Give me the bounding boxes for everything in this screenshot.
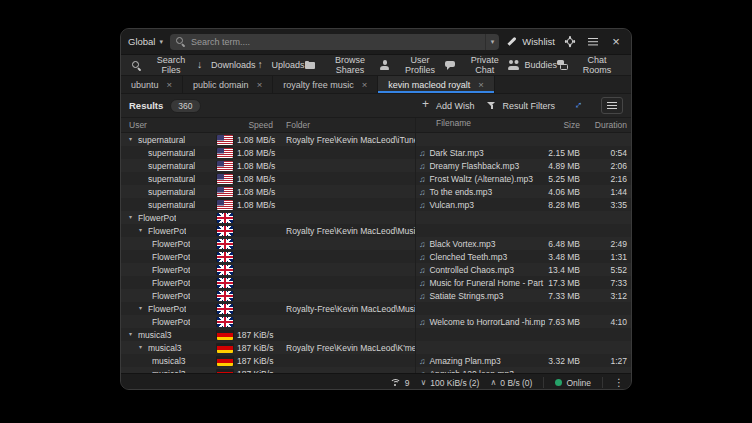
statusbar-menu-button[interactable]: ⋮ (614, 377, 624, 388)
audio-file-icon: ♫ (419, 174, 425, 184)
result-row[interactable]: ▾ supernatural 1.08 MB/s ♫ Dark Star.mp3… (121, 146, 631, 159)
result-row[interactable]: ▾ FlowerPot ♫ (121, 211, 631, 224)
expand-collapse-toggle[interactable] (567, 97, 589, 114)
country-flag-icon (217, 304, 233, 314)
result-row[interactable]: ▾ musical3 187 KiB/s ♫ Amazing Plan.mp3 … (121, 354, 631, 367)
upload-chevron-icon: ∧ (490, 378, 496, 387)
search-scope-dropdown[interactable]: Global ▾ (128, 36, 163, 47)
col-duration[interactable]: Duration (587, 120, 632, 130)
pencil-icon (506, 36, 517, 47)
close-tab-icon[interactable]: × (478, 80, 484, 89)
result-row[interactable]: ▾ FlowerPot ♫ Music for Funeral Home - P… (121, 276, 631, 289)
result-user: FlowerPot (152, 265, 190, 275)
add-wish-label: Add Wish (436, 101, 475, 111)
peer-status[interactable]: 9 (390, 377, 410, 388)
result-row[interactable]: ▾ FlowerPot ♫ Welcome to HorrorLand -hi.… (121, 315, 631, 328)
peer-count: 9 (405, 378, 410, 388)
wishlist-button[interactable]: Wishlist (506, 36, 555, 47)
toolbar-tab-user-profiles[interactable]: User Profiles (379, 55, 445, 75)
expander-icon[interactable]: ▾ (136, 341, 145, 354)
result-row[interactable]: ▾ supernatural 1.08 MB/s ♫ To the ends.m… (121, 185, 631, 198)
online-status-label: Online (566, 378, 591, 388)
result-row[interactable]: ▾ supernatural 1.08 MB/s ♫ Dreamy Flashb… (121, 159, 631, 172)
search-entry[interactable]: ▾ (170, 34, 499, 50)
expander-icon[interactable]: ▾ (126, 211, 135, 224)
result-user: musical3 (152, 356, 186, 366)
search-history-dropdown-icon[interactable]: ▾ (485, 34, 495, 50)
close-tab-icon[interactable]: × (167, 80, 173, 89)
result-user: supernatural (148, 174, 195, 184)
upload-rate[interactable]: ∧ 0 B/s (0) (490, 378, 532, 388)
toolbar-tab-uploads[interactable]: Uploads (256, 60, 305, 71)
results-bar: Results 360 Add Wish Result Filters (121, 94, 631, 118)
audio-file-icon: ♫ (419, 148, 425, 158)
connection-status[interactable]: Online (555, 378, 591, 388)
statusbar-divider (543, 377, 544, 388)
result-user: supernatural (148, 148, 195, 158)
search-input[interactable] (191, 37, 480, 47)
expander-icon[interactable]: ▾ (126, 328, 135, 341)
result-row[interactable]: ▾ FlowerPot ♫ Clenched Teeth.mp3 3.48 MB… (121, 250, 631, 263)
search-tab-ubuntu[interactable]: ubuntu × (121, 76, 183, 93)
result-duration: 3:12 (587, 291, 631, 301)
expander-icon[interactable]: ▾ (126, 133, 135, 146)
result-size: 5.25 MB (545, 174, 587, 184)
col-speed[interactable]: Speed (237, 120, 285, 130)
col-folder[interactable]: Folder (285, 120, 415, 130)
close-tab-icon[interactable]: × (362, 80, 368, 89)
result-filters-button[interactable]: Result Filters (486, 100, 555, 111)
close-icon: × (612, 37, 620, 47)
result-row[interactable]: ▾ FlowerPot Royalty Free\Kevin MacLeod\M… (121, 224, 631, 237)
result-row[interactable]: ▾ FlowerPot ♫ Satiate Strings.mp3 7.33 M… (121, 289, 631, 302)
toolbar-tab-buddies[interactable]: Buddies (508, 60, 557, 71)
result-row[interactable]: ▾ musical3 187 KiB/s ♫ (121, 328, 631, 341)
person-icon (379, 60, 390, 71)
results-label: Results (129, 100, 163, 111)
result-row[interactable]: ▾ FlowerPot Royalty-Free\Kevin MacLeod\M… (121, 302, 631, 315)
search-tab-public-domain[interactable]: public domain × (183, 76, 273, 93)
expander-icon[interactable]: ▾ (136, 224, 145, 237)
col-filename[interactable]: Filename (415, 118, 545, 132)
result-size: 3.32 MB (545, 356, 587, 366)
col-size[interactable]: Size (545, 120, 587, 130)
menu-button[interactable] (585, 36, 601, 47)
audio-file-icon: ♫ (419, 239, 425, 249)
add-wish-button[interactable]: Add Wish (420, 100, 475, 111)
result-row[interactable]: ▾ supernatural 1.08 MB/s ♫ Vulcan.mp3 8.… (121, 198, 631, 211)
result-size: 13.4 MB (545, 265, 587, 275)
search-tab-royalty-free-music[interactable]: royalty free music × (273, 76, 378, 93)
result-speed: 1.08 MB/s (237, 161, 285, 171)
toolbar-tab-browse-shares[interactable]: Browse Shares (305, 55, 380, 75)
country-flag-icon (217, 239, 233, 249)
result-filename: Amazing Plan.mp3 (429, 356, 500, 366)
preferences-button[interactable] (562, 36, 578, 47)
bubble-icon (445, 60, 456, 71)
expander-icon[interactable]: ▾ (136, 302, 145, 315)
result-row[interactable]: ▾ musical3 187 KiB/s Royalty Free\Kevin … (121, 341, 631, 354)
wifi-icon (390, 377, 401, 388)
close-tab-icon[interactable]: × (257, 80, 263, 89)
col-user[interactable]: User (121, 120, 213, 130)
search-scope-label: Global (128, 36, 155, 47)
toolbar-tab-private-chat[interactable]: Private Chat (445, 55, 509, 75)
result-row[interactable]: ▾ FlowerPot ♫ Black Vortex.mp3 6.48 MB 2… (121, 237, 631, 250)
audio-file-icon: ♫ (419, 265, 425, 275)
result-speed: 1.08 MB/s (237, 187, 285, 197)
result-row[interactable]: ▾ FlowerPot ♫ Controlled Chaos.mp3 13.4 … (121, 263, 631, 276)
result-row[interactable]: ▾ supernatural 1.08 MB/s Royalty Free\Ke… (121, 133, 631, 146)
result-user: supernatural (138, 135, 185, 145)
result-duration: 4:10 (587, 317, 631, 327)
gear-icon (565, 36, 576, 47)
download-rate[interactable]: ∨ 100 KiB/s (2) (420, 378, 479, 388)
close-button[interactable]: × (608, 37, 624, 47)
toolbar-tab-search-files[interactable]: Search Files (131, 55, 195, 75)
search-tab-kevin-macleod-royalt[interactable]: kevin macleod royalt × (378, 76, 495, 93)
result-row[interactable]: ▾ supernatural 1.08 MB/s ♫ Frost Waltz (… (121, 172, 631, 185)
result-duration: 1:31 (587, 252, 631, 262)
audio-file-icon: ♫ (419, 278, 425, 288)
toolbar-tab-downloads[interactable]: Downloads (195, 60, 256, 71)
toolbar-tab-chat-rooms[interactable]: Chat Rooms (557, 55, 621, 75)
table-header: User Speed Folder Filename Size Duration (121, 118, 631, 133)
view-mode-toggle[interactable] (601, 97, 623, 114)
country-flag-icon (217, 161, 233, 171)
